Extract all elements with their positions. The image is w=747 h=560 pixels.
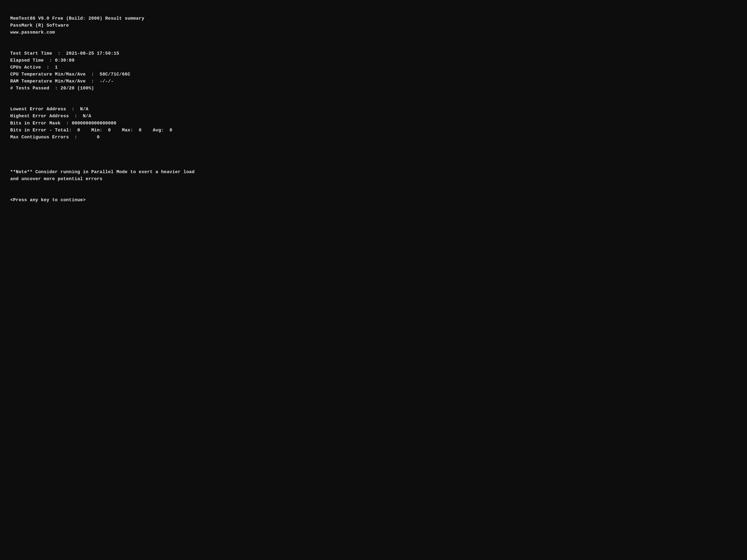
bits-in-error: Bits in Error - Total: 0 Min: 0 Max: 0 A… [10,128,172,133]
header-line3: www.passmark.com [10,30,55,35]
header-line2: PassMark (R) Software [10,23,69,28]
spacer1 [10,36,195,43]
test-start-time: Test Start Time : 2021-08-25 17:50:15 [10,51,119,56]
cpu-temperature: CPU Temperature Min/Max/Ave : 58C/71C/66… [10,72,130,77]
max-contiguous: Max Contiguous Errors : 0 [10,135,100,140]
terminal-output: MemTest86 V9.0 Free (Build: 2000) Result… [10,8,195,204]
spacer3 [10,141,195,148]
highest-error: Highest Error Address : N/A [10,114,91,119]
cpus-active: CPUs Active : 1 [10,65,58,70]
spacer5 [10,183,195,189]
tests-passed: # Tests Passed : 20/20 (100%) [10,86,94,91]
bits-mask: Bits in Error Mask : 0000000000000000 [10,121,116,126]
spacer2 [10,92,195,99]
ram-temperature: RAM Temperature Min/Max/Ave : -/-/- [10,79,114,84]
lowest-error: Lowest Error Address : N/A [10,107,88,112]
note-text: **Note** Consider running in Parallel Mo… [10,169,195,182]
header-line1: MemTest86 V9.0 Free (Build: 2000) Result… [10,16,144,21]
press-any-key[interactable]: <Press any key to continue> [10,197,85,203]
elapsed-time: Elapsed Time : 0:30:09 [10,58,75,63]
spacer4 [10,155,195,162]
